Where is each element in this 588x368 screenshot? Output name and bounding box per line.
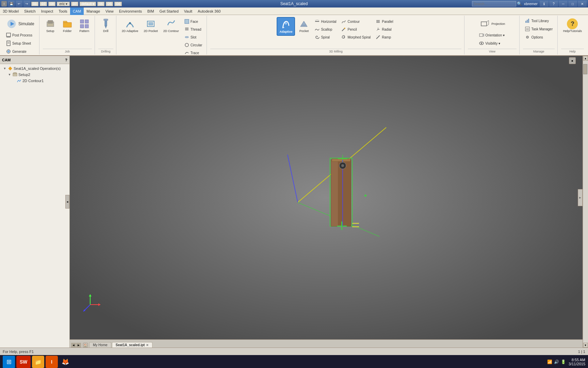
adaptive-3d-btn[interactable]: Adaptive <box>277 17 295 36</box>
scroll-up-btn[interactable]: ▲ <box>583 56 588 61</box>
pencil-btn[interactable]: Pencil <box>339 26 372 33</box>
right-scrollbar: ▲ ▼ <box>583 56 588 348</box>
help-btn[interactable]: ? <box>549 1 558 7</box>
setup-sheet-label: Setup Sheet <box>12 42 31 45</box>
svg-rect-16 <box>85 25 88 28</box>
trace-btn[interactable]: Trace <box>182 49 204 57</box>
horizontal-btn[interactable]: Horizontal <box>313 18 338 25</box>
pattern-label: Pattern <box>79 30 89 33</box>
svg-point-31 <box>285 22 287 25</box>
circular-btn[interactable]: Circular <box>182 41 204 49</box>
tree-item-setup2[interactable]: ▼ Setup2 <box>1 72 68 78</box>
menu-autodesk360[interactable]: Autodesk 360 <box>195 7 223 15</box>
start-button[interactable]: ⊞ <box>3 356 15 368</box>
quick-save-btn[interactable]: 💾 <box>8 1 15 7</box>
titlebar-right: 🔍 xbremer ℹ ? ─ □ ✕ <box>472 1 587 7</box>
tab-myhome[interactable]: My Home <box>89 342 111 348</box>
generate-btn[interactable]: Generate <box>4 48 28 55</box>
menu-environments[interactable]: Environments <box>116 7 145 15</box>
scallop-btn[interactable]: Scallop <box>313 26 338 33</box>
slot-btn[interactable]: Slot <box>182 33 204 41</box>
viewport[interactable]: ■ ► <box>70 56 583 339</box>
menu-vault[interactable]: Vault <box>181 7 195 15</box>
ribbon-group-view: Projection Orientation ▾ Visibility ▾ Vi… <box>465 16 520 55</box>
tool-library-icon <box>525 18 530 24</box>
menu-cam[interactable]: CAM <box>70 7 84 15</box>
tree-item-root[interactable]: ▼ Seat1A_scaled Operation(s) <box>1 65 68 72</box>
tab-seat1a[interactable]: Seat1A_scaled.ipt ✕ <box>112 342 153 348</box>
radial-btn[interactable]: Radial <box>374 26 395 33</box>
drill-btn[interactable]: Drill <box>98 17 113 34</box>
tree-label-2dcontour1: 2D Contour1 <box>22 79 44 83</box>
simulate-btn[interactable]: Simulate <box>4 17 36 31</box>
menu-3dmodel[interactable]: 3D Model <box>0 7 21 15</box>
svg-point-83 <box>341 164 344 167</box>
menu-manage[interactable]: Manage <box>84 7 103 15</box>
taskbar-firefox-btn[interactable]: 🦊 <box>59 356 71 368</box>
menu-bim[interactable]: BIM <box>145 7 157 15</box>
thread-btn[interactable]: Thread <box>182 26 204 33</box>
close-btn[interactable]: ✕ <box>578 1 587 7</box>
contour-3d-btn[interactable]: Contour <box>339 18 372 25</box>
projection-btn[interactable]: Projection <box>477 17 507 31</box>
svg-rect-53 <box>527 20 528 23</box>
menu-inspect[interactable]: Inspect <box>38 7 56 15</box>
num-box-8: 04 <box>114 2 121 6</box>
morphed-spiral-btn[interactable]: Morphed Spiral <box>339 33 372 41</box>
quick-redo-btn[interactable]: ↪ <box>23 1 30 7</box>
orientation-btn[interactable]: Orientation ▾ <box>477 31 506 39</box>
2d-contour-btn[interactable]: 2D Contour <box>161 17 181 34</box>
tab-prev-btn[interactable]: ◄ <box>71 343 76 348</box>
folder-btn[interactable]: Folder <box>60 17 75 34</box>
post-process-btn[interactable]: Post Process <box>4 31 34 39</box>
menu-getstarted[interactable]: Get Started <box>157 7 181 15</box>
2d-adaptive-btn[interactable]: 2D Adaptive <box>120 17 141 34</box>
search-box[interactable] <box>472 1 516 6</box>
tab-next-btn[interactable]: ► <box>76 343 81 348</box>
contour-3d-label: Contour <box>347 20 360 24</box>
task-manager-btn[interactable]: Task Manager <box>523 25 554 33</box>
help-tutorials-btn[interactable]: ? Help/Tutorials <box>561 17 584 34</box>
quick-undo-btn[interactable]: ↩ <box>16 1 22 7</box>
face-btn[interactable]: Face <box>182 18 204 25</box>
taskbar-sw-btn[interactable]: SW <box>16 356 31 368</box>
setup-btn[interactable]: Setup <box>43 17 58 34</box>
menu-view[interactable]: View <box>103 7 116 15</box>
tree-expand-setup2: ▼ <box>7 73 12 77</box>
2d-pocket-btn[interactable]: 2D Pocket <box>142 17 160 34</box>
ramp-btn[interactable]: Ramp <box>374 33 395 41</box>
taskbar-inventor-btn[interactable]: I <box>46 356 58 368</box>
dropdown-context[interactable]: eric ▾ <box>57 2 70 6</box>
svg-rect-19 <box>104 19 108 20</box>
trace-label: Trace <box>191 51 199 55</box>
morphed-spiral-label: Morphed Spiral <box>347 35 371 39</box>
simulate-icon <box>6 18 17 29</box>
tree-item-2dcontour1[interactable]: ▶ 2D Contour1 <box>1 78 68 84</box>
manage-group-label: Manage <box>523 49 555 53</box>
viewport-collapse-right[interactable]: ► <box>578 189 583 206</box>
spiral-btn[interactable]: Spiral <box>313 33 338 41</box>
scroll-thumb[interactable] <box>583 64 587 74</box>
info-btn[interactable]: ℹ <box>540 1 549 7</box>
minimize-btn[interactable]: ─ <box>559 1 568 7</box>
parallel-btn[interactable]: Parallel <box>374 18 395 25</box>
sidebar-collapse-btn[interactable]: ◄ <box>65 195 69 209</box>
scroll-down-btn[interactable]: ▼ <box>583 343 588 348</box>
viewport-corner-btn[interactable]: ■ <box>569 57 576 64</box>
svg-line-46 <box>487 25 489 26</box>
options-btn[interactable]: Options <box>523 33 544 41</box>
tray-battery-icon: 🔋 <box>560 359 566 365</box>
menu-sketch[interactable]: Sketch <box>21 7 38 15</box>
setup-sheet-btn[interactable]: Setup Sheet <box>4 40 33 47</box>
visibility-btn[interactable]: Visibility ▾ <box>477 40 502 47</box>
svg-rect-74 <box>331 160 338 226</box>
maximize-btn[interactable]: □ <box>568 1 577 7</box>
sidebar-header: CAM ? <box>0 56 69 64</box>
taskbar-explorer-btn[interactable]: 📁 <box>32 356 44 368</box>
tool-library-btn[interactable]: Tool Library <box>523 17 551 25</box>
tab-seat1a-close[interactable]: ✕ <box>146 343 149 347</box>
menu-tools[interactable]: Tools <box>56 7 70 15</box>
pattern-btn[interactable]: Pattern <box>77 17 92 34</box>
3dmilling-group-label: 3D Milling <box>210 49 461 53</box>
pocket-3d-btn[interactable]: Pocket <box>296 17 311 34</box>
